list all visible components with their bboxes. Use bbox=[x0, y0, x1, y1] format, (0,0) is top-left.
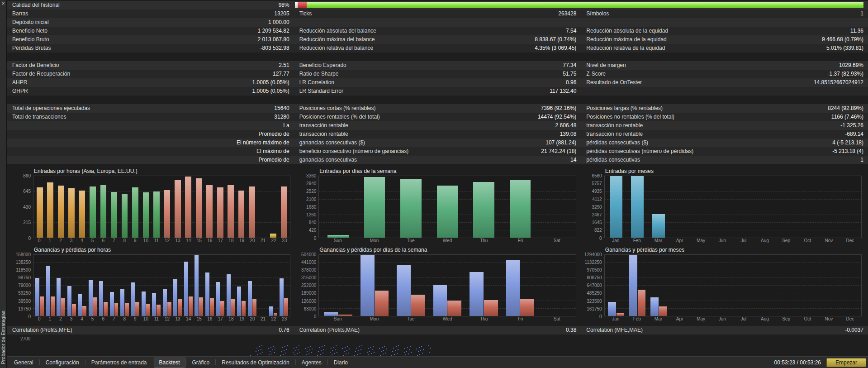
chart-bars bbox=[605, 255, 861, 316]
tab-grafico[interactable]: Gráfico bbox=[187, 358, 215, 368]
x-tick-label: 1 bbox=[45, 238, 56, 244]
bar-losses bbox=[210, 298, 214, 316]
chart-bar-cell bbox=[87, 255, 98, 316]
close-icon[interactable]: × bbox=[1, 0, 5, 7]
x-tick-label: Sep bbox=[776, 316, 797, 322]
tab-parametros-de-entrada[interactable]: Parámetros de entrada bbox=[86, 358, 152, 368]
x-tick-label: May bbox=[690, 316, 711, 322]
y-tick-label: 215 bbox=[23, 220, 31, 225]
stat-cell: Total de operaciones ejecutadas15640 bbox=[7, 104, 294, 113]
scatter-dot bbox=[394, 354, 395, 355]
chart-x-row: 01234567891011121314151617181920212223 bbox=[12, 238, 290, 244]
chart-bar-cell bbox=[538, 176, 574, 238]
chart-body: 5040004410003780003150002520001890001260… bbox=[298, 254, 576, 317]
bar-losses bbox=[484, 300, 498, 316]
y-tick-label: 3290 bbox=[592, 204, 602, 209]
chart-x-axis: JanFebMarAprMayJunJulAugSepOctNovDec bbox=[604, 238, 862, 244]
scatter-dot bbox=[261, 345, 262, 346]
stat-cell: Posiciones largas (% rentables)8244 (92.… bbox=[581, 104, 868, 113]
chart-bar-cell bbox=[356, 176, 393, 238]
bar-profits bbox=[131, 282, 135, 316]
scatter-dot bbox=[310, 346, 311, 347]
chart-bar-cell bbox=[502, 176, 538, 238]
chart-x-row: SunMonTueWedThuFriSat bbox=[298, 316, 576, 322]
bar-profits bbox=[99, 281, 103, 316]
chart-pnl-by-weekday: Ganancias y pérdidas por días de la sema… bbox=[298, 246, 576, 323]
y-tick-label: 2700 bbox=[20, 336, 30, 341]
stat-value: 11.36 bbox=[850, 27, 863, 35]
quality-progress-bar bbox=[294, 1, 868, 10]
stat-cell: Promedio de bbox=[7, 156, 294, 164]
tab-agentes[interactable]: Agentes bbox=[296, 358, 327, 368]
stat-label: transacción rentable bbox=[299, 130, 348, 139]
stats-row: GHPR1.0005 (0.05%)LR Standard Error117 1… bbox=[7, 87, 868, 96]
scatter-dot bbox=[297, 353, 298, 354]
start-button[interactable]: Empezar bbox=[826, 358, 866, 367]
stats-row: Promedio deganancias consecutivas14pérdi… bbox=[7, 156, 868, 164]
bar bbox=[652, 214, 664, 237]
x-tick-label: 21 bbox=[258, 316, 269, 322]
scatter-dot bbox=[349, 349, 350, 349]
chart-plot-area bbox=[318, 254, 576, 317]
x-tick-label: Apr bbox=[669, 238, 690, 244]
bar bbox=[473, 182, 494, 238]
scatter-dot bbox=[405, 354, 406, 355]
elapsed-time: 00:53:23 / 00:53:26 bbox=[769, 359, 826, 366]
chart-bar-cell bbox=[225, 176, 236, 238]
x-tick-label: 0 bbox=[34, 316, 45, 322]
stat-label: Total de operaciones ejecutadas bbox=[12, 104, 90, 113]
bar bbox=[228, 185, 234, 237]
tab-separator bbox=[186, 359, 186, 365]
y-tick-label: 158000 bbox=[16, 252, 31, 257]
chart-bar-cell bbox=[465, 176, 502, 238]
scatter-dot bbox=[346, 354, 346, 354]
chart-bar-cell bbox=[56, 255, 66, 316]
chart-plot-area bbox=[604, 176, 862, 238]
stat-cell: pérdidas consecutivas (número de pérdida… bbox=[581, 147, 868, 156]
stat-cell: Factor de Beneficio2.51 bbox=[7, 61, 294, 70]
stats-row: Barras13205Ticks263428Símbolos1 bbox=[7, 10, 868, 18]
charts-grid: Entradas por horas (Asia, Europa, EE.UU.… bbox=[7, 164, 868, 323]
chart-x-row: SunMonTueWedThuFriSat bbox=[298, 238, 576, 244]
stat-value: 21 742.24 (18) bbox=[541, 147, 576, 156]
chart-bars bbox=[319, 176, 575, 238]
stats-row: Factor de Beneficio2.51Beneficio Esperad… bbox=[7, 61, 868, 70]
x-tick-label: 4 bbox=[76, 238, 87, 244]
stat-label: Total de transacciones bbox=[12, 113, 66, 121]
y-tick-label: 5757 bbox=[592, 181, 602, 186]
tab-diario[interactable]: Diario bbox=[328, 358, 353, 368]
tab-general[interactable]: General bbox=[9, 358, 39, 368]
stat-value: 127.77 bbox=[273, 70, 289, 78]
chart-y-axis: 3360294025202100168012608404200 bbox=[298, 176, 318, 238]
x-tick-label: 14 bbox=[183, 316, 194, 322]
scatter-dot bbox=[370, 347, 371, 348]
stat-label: Beneficio Bruto bbox=[12, 35, 49, 44]
tab-backtest[interactable]: Backtest bbox=[154, 358, 185, 368]
bar-profits bbox=[397, 265, 411, 316]
tab-configuracion[interactable]: Configuración bbox=[40, 358, 85, 368]
stat-cell: Beneficio Neto1 209 534.82 bbox=[7, 27, 294, 35]
correlation-value: 0.76 bbox=[279, 326, 289, 335]
chart-bar-cell bbox=[797, 255, 818, 316]
stat-value: 0.96 bbox=[566, 78, 576, 87]
x-tick-label: Oct bbox=[797, 316, 818, 322]
bar-losses bbox=[220, 301, 224, 316]
bar-profits bbox=[608, 302, 616, 316]
tab-resultados-de-optimizacion[interactable]: Resultados de Optimización bbox=[216, 358, 294, 368]
panel-title-vertical: Probador de Estrategias bbox=[0, 311, 6, 364]
y-tick-label: 315000 bbox=[301, 275, 316, 280]
stat-value: 1166 (7.46%) bbox=[831, 113, 863, 121]
scatter-dot bbox=[311, 352, 312, 353]
panel-side-strip: × Probador de Estrategias bbox=[0, 0, 7, 368]
stat-label: Reducción máxima del balance bbox=[299, 35, 375, 44]
stats-row: Factor de Recuperación127.77Ratio de Sha… bbox=[7, 70, 868, 78]
correlation-value: 0.38 bbox=[566, 326, 576, 335]
y-tick-label: 98750 bbox=[18, 275, 31, 280]
stat-cell: Factor de Recuperación127.77 bbox=[7, 70, 294, 78]
stat-value: 14 bbox=[570, 156, 576, 164]
bar-losses bbox=[82, 306, 86, 316]
chart-bar-cell bbox=[257, 176, 268, 238]
y-tick-label: 860 bbox=[23, 173, 31, 178]
chart-pnl-by-month: Ganancias y pérdidas por meses1294000113… bbox=[583, 246, 862, 323]
chart-bar-cell bbox=[162, 255, 172, 316]
